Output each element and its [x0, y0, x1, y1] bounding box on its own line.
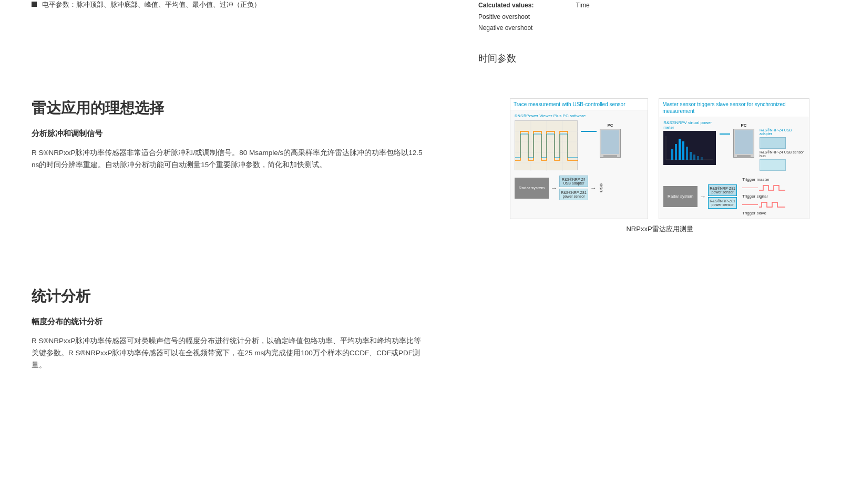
stats-right — [489, 286, 809, 372]
svg-rect-11 — [675, 144, 677, 160]
stats-body: R S®NRPxxP脉冲功率传感器可对类噪声信号的幅度分布进行统计分析，以确定峰… — [32, 335, 426, 372]
sensor-z4: R&S®NRP-Z4 USB adapter — [559, 176, 588, 187]
radar-body: R S®NRPxxP脉冲功率传感器非常适合分析脉冲和/或调制信号。80 Msam… — [32, 147, 426, 171]
sensor-label-3: R&S®NRP-Z4 USB adapter — [760, 128, 805, 136]
nrp-sensor-2: R&S®NRP-Z81 power sensor — [708, 197, 737, 209]
stats-title: 统计分析 — [32, 286, 489, 306]
bullet-icon — [32, 2, 37, 7]
svg-rect-15 — [690, 152, 692, 160]
svg-rect-17 — [697, 156, 699, 160]
bullet-text: 电平参数：脉冲顶部、脉冲底部、峰值、平均值、最小值、过冲（正负） — [42, 0, 261, 9]
master-slave-title: Master sensor triggers slave sensor for … — [659, 99, 809, 117]
master-slave-diagram-box: Master sensor triggers slave sensor for … — [659, 98, 809, 219]
section-left: 雷达应用的理想选择 分析脉冲和调制信号 R S®NRPxxP脉冲功率传感器非常适… — [32, 98, 489, 234]
usb-adapter-box — [760, 137, 786, 149]
right-info: Calculated values: Time Positive oversho… — [478, 0, 820, 67]
svg-rect-10 — [671, 149, 673, 160]
radar-system-left: Radar system — [515, 178, 549, 199]
svg-rect-16 — [693, 155, 695, 160]
radar-subtitle: 分析脉冲和调制信号 — [32, 129, 489, 139]
calculated-label: Calculated values: — [478, 2, 534, 9]
stats-subtitle: 幅度分布的统计分析 — [32, 317, 489, 327]
master-slave-content: R&S®NRPV virtual power meter — [659, 117, 809, 219]
stats-section: 统计分析 幅度分布的统计分析 R S®NRPxxP脉冲功率传感器可对类噪声信号的… — [0, 265, 841, 393]
svg-rect-14 — [686, 147, 688, 160]
sensor-hub-label: R&S®NRP-Z4 USB sensor hub — [760, 150, 805, 158]
svg-rect-13 — [682, 141, 684, 160]
bullet-item: 电平参数：脉冲顶部、脉冲底部、峰值、平均值、最小值、过冲（正负） — [32, 0, 426, 9]
page-wrapper: 电平参数：脉冲顶部、脉冲底部、峰值、平均值、最小值、过冲（正负） Calcula… — [0, 0, 841, 393]
trace-diagram-box: Trace measurement with USB-controlled se… — [510, 98, 648, 219]
svg-rect-12 — [679, 139, 681, 160]
svg-rect-18 — [701, 157, 703, 160]
diagram-caption: NRPxxP雷达应用测量 — [510, 224, 809, 234]
section-right: Trace measurement with USB-controlled se… — [489, 98, 809, 234]
software-label: R&S®Power Viewer Plus PC software — [512, 112, 645, 119]
trace-screen — [515, 120, 578, 170]
trigger-master-label: Trigger master — [742, 177, 785, 182]
radar-section: 雷达应用的理想选择 分析脉冲和调制信号 R S®NRPxxP脉冲功率传感器非常适… — [0, 77, 841, 255]
nrp-sensor-1: R&S®NRP-Z81 power sensor — [708, 184, 737, 196]
trigger-signal-label: Trigger signal — [742, 194, 785, 199]
top-right: Calculated values: Time Positive oversho… — [457, 0, 841, 67]
diagram-container: Trace measurement with USB-controlled se… — [510, 98, 809, 219]
positive-overshoot-label: Positive overshoot — [478, 12, 820, 23]
pc-label-right: PC — [741, 123, 747, 128]
sensor-hub-box — [760, 159, 786, 171]
time-label: Time — [576, 2, 589, 9]
radar-system-right: Radar system — [663, 186, 698, 207]
radar-title: 雷达应用的理想选择 — [32, 98, 489, 118]
time-params-label: 时间参数 — [478, 50, 820, 67]
top-left: 电平参数：脉冲顶部、脉冲底部、峰值、平均值、最小值、过冲（正负） — [0, 0, 457, 67]
top-section: 电平参数：脉冲顶部、脉冲底部、峰值、平均值、最小值、过冲（正负） Calcula… — [0, 0, 841, 77]
trace-diagram-title: Trace measurement with USB-controlled se… — [510, 99, 648, 110]
sensor-z81: R&S®NRP-Z81 power sensor — [559, 189, 588, 200]
virtual-meter-label: R&S®NRPV virtual power meter — [663, 120, 716, 130]
pc-label-left: PC — [607, 123, 613, 128]
usb-vert-label: USB — [599, 183, 603, 192]
negative-overshoot-label: Negative overshoot — [478, 23, 820, 34]
stats-left: 统计分析 幅度分布的统计分析 R S®NRPxxP脉冲功率传感器可对类噪声信号的… — [32, 286, 489, 372]
trigger-slave-label: Trigger slave — [742, 211, 785, 215]
pc-icon-left — [600, 129, 621, 158]
pc-icon-right — [733, 129, 754, 158]
trace-diagram-content: R&S®Power Viewer Plus PC software — [510, 110, 648, 203]
virtual-meter-screen — [663, 131, 716, 165]
